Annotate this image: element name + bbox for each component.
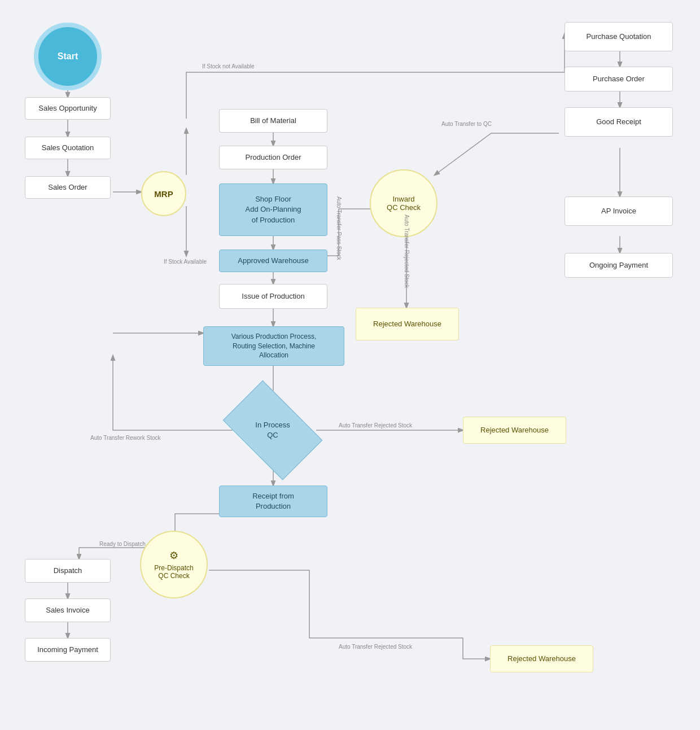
ap-invoice-label: AP Invoice: [601, 206, 636, 216]
label-auto-transfer-rejected-stock-3: Auto Transfer Rejected Stock: [339, 644, 412, 650]
rejected-warehouse-2-box: Rejected Warehouse: [463, 417, 566, 444]
various-production-box: Various Production Process, Routing Sele…: [203, 326, 344, 366]
label-auto-transfer-rejected-stock-2: Auto Transfer Rejected Stock: [339, 422, 412, 429]
incoming-payment-box: Incoming Payment: [25, 638, 111, 662]
purchase-quotation-label: Purchase Quotation: [587, 32, 651, 42]
sales-opportunity-box: Sales Opportunity: [25, 97, 111, 120]
issue-of-production-box: Issue of Production: [219, 284, 327, 309]
shop-floor-box: Shop Floor Add On-Planning of Production: [219, 183, 327, 236]
start-circle: Start: [34, 23, 102, 90]
sales-invoice-label: Sales Invoice: [46, 605, 89, 615]
incoming-payment-label: Incoming Payment: [37, 645, 98, 655]
label-if-stock-not-available: If Stock not Available: [202, 63, 255, 69]
rejected-warehouse-2-label: Rejected Warehouse: [480, 425, 549, 435]
purchase-order-label: Purchase Order: [593, 74, 645, 84]
ongoing-payment-label: Ongoing Payment: [589, 260, 648, 270]
ongoing-payment-box: Ongoing Payment: [565, 253, 673, 278]
ap-invoice-box: AP Invoice: [565, 196, 673, 226]
label-ready-to-dispatch: Ready to Dispatch: [99, 541, 146, 547]
rejected-warehouse-1-box: Rejected Warehouse: [356, 308, 459, 340]
flowchart-diagram: Start Sales Opportunity Sales Quotation …: [0, 0, 700, 730]
dispatch-box: Dispatch: [25, 559, 111, 583]
various-production-label: Various Production Process, Routing Sele…: [231, 332, 317, 360]
sales-quotation-label: Sales Quotation: [42, 143, 94, 153]
rejected-warehouse-1-label: Rejected Warehouse: [373, 319, 441, 329]
approved-warehouse-box: Approved Warehouse: [219, 250, 327, 272]
rejected-warehouse-3-label: Rejected Warehouse: [508, 654, 576, 664]
mrp-circle: MRP: [141, 171, 186, 216]
good-receipt-box: Good Receipt: [565, 107, 673, 137]
shop-floor-label: Shop Floor Add On-Planning of Production: [245, 194, 301, 225]
bill-of-material-label: Bill of Material: [250, 116, 296, 126]
production-order-box: Production Order: [219, 146, 327, 169]
issue-of-production-label: Issue of Production: [242, 291, 304, 301]
dispatch-label: Dispatch: [54, 566, 82, 576]
rejected-warehouse-3-box: Rejected Warehouse: [490, 645, 593, 672]
pre-dispatch-qc-circle: ⚙ Pre-Dispatch QC Check: [140, 531, 208, 598]
sales-order-label: Sales Order: [48, 182, 87, 193]
label-auto-transfer-to-qc: Auto Transfer to QC: [441, 121, 492, 127]
in-process-qc-wrap: In Process QC: [230, 402, 315, 458]
production-order-label: Production Order: [246, 152, 301, 163]
receipt-from-production-label: Receipt from Production: [252, 491, 294, 512]
purchase-order-box: Purchase Order: [565, 67, 673, 91]
good-receipt-label: Good Receipt: [596, 117, 641, 127]
label-if-stock-available: If Stock Available: [164, 259, 207, 265]
bill-of-material-box: Bill of Material: [219, 109, 327, 133]
sales-quotation-box: Sales Quotation: [25, 137, 111, 159]
label-auto-transfer-rejected-stock-1: Auto Transfer Rejected Stock: [404, 215, 410, 288]
approved-warehouse-label: Approved Warehouse: [238, 256, 308, 266]
label-auto-transfer-pass-stock: Auto Transfer Pass Stock: [336, 196, 342, 260]
sales-order-box: Sales Order: [25, 176, 111, 199]
mrp-label: MRP: [154, 189, 173, 199]
label-auto-transfer-rework-stock: Auto Transfer Rework Stock: [90, 435, 161, 441]
sales-invoice-box: Sales Invoice: [25, 598, 111, 622]
pre-dispatch-qc-label: Pre-Dispatch QC Check: [154, 564, 193, 580]
in-process-qc-label: In Process QC: [255, 420, 290, 440]
receipt-from-production-box: Receipt from Production: [219, 486, 327, 517]
start-label: Start: [58, 51, 78, 62]
inward-qc-check-label: Inward QC Check: [387, 195, 421, 212]
purchase-quotation-box: Purchase Quotation: [565, 22, 673, 51]
sales-opportunity-label: Sales Opportunity: [38, 103, 97, 113]
